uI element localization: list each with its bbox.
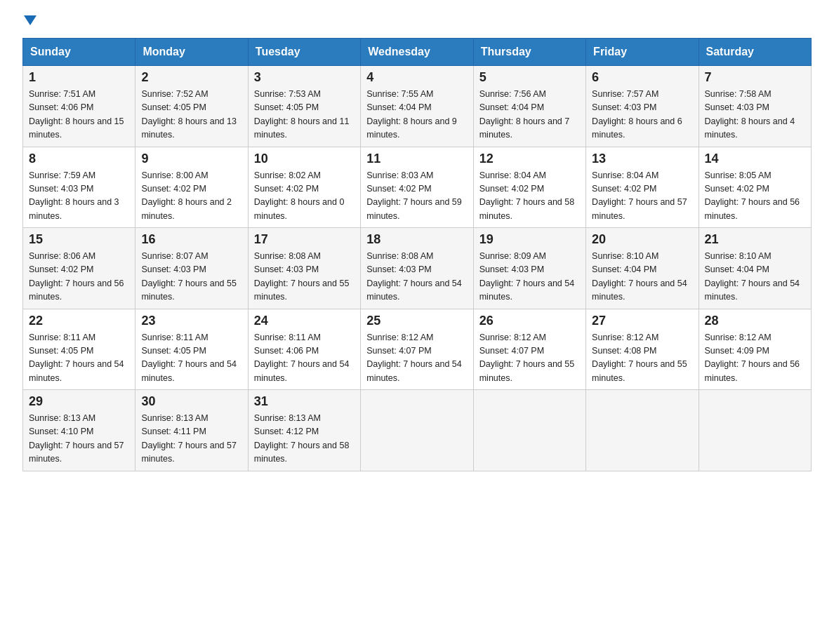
day-number: 19	[479, 232, 580, 247]
day-info: Sunrise: 7:53 AMSunset: 4:05 PMDaylight:…	[254, 88, 355, 142]
calendar-cell: 7 Sunrise: 7:58 AMSunset: 4:03 PMDayligh…	[699, 66, 811, 147]
calendar-cell	[586, 390, 699, 471]
day-number: 17	[254, 232, 355, 247]
day-info: Sunrise: 7:52 AMSunset: 4:05 PMDaylight:…	[141, 88, 241, 142]
calendar-cell: 3 Sunrise: 7:53 AMSunset: 4:05 PMDayligh…	[248, 66, 360, 147]
day-info: Sunrise: 8:10 AMSunset: 4:04 PMDaylight:…	[705, 250, 805, 304]
calendar-week-3: 15 Sunrise: 8:06 AMSunset: 4:02 PMDaylig…	[23, 228, 812, 309]
calendar-cell: 5 Sunrise: 7:56 AMSunset: 4:04 PMDayligh…	[473, 66, 585, 147]
day-info: Sunrise: 8:13 AMSunset: 4:11 PMDaylight:…	[141, 412, 241, 467]
day-number: 3	[254, 70, 355, 85]
calendar-cell: 31 Sunrise: 8:13 AMSunset: 4:12 PMDaylig…	[248, 390, 360, 471]
day-info: Sunrise: 7:51 AMSunset: 4:06 PMDaylight:…	[29, 88, 129, 142]
day-info: Sunrise: 8:03 AMSunset: 4:02 PMDaylight:…	[366, 169, 467, 224]
day-number: 22	[29, 314, 129, 328]
calendar-cell: 23 Sunrise: 8:11 AMSunset: 4:05 PMDaylig…	[135, 309, 248, 390]
day-info: Sunrise: 8:08 AMSunset: 4:03 PMDaylight:…	[254, 250, 355, 304]
day-info: Sunrise: 8:04 AMSunset: 4:02 PMDaylight:…	[592, 169, 692, 224]
day-info: Sunrise: 8:12 AMSunset: 4:09 PMDaylight:…	[705, 331, 805, 386]
day-info: Sunrise: 8:06 AMSunset: 4:02 PMDaylight:…	[29, 250, 129, 304]
day-number: 23	[141, 314, 241, 328]
day-number: 1	[29, 70, 129, 85]
page-header	[22, 17, 812, 27]
day-number: 10	[254, 152, 355, 166]
day-info: Sunrise: 8:10 AMSunset: 4:04 PMDaylight:…	[592, 250, 692, 304]
day-info: Sunrise: 8:12 AMSunset: 4:07 PMDaylight:…	[479, 331, 580, 386]
header-thursday: Thursday	[473, 39, 585, 66]
day-info: Sunrise: 8:07 AMSunset: 4:03 PMDaylight:…	[141, 250, 241, 304]
calendar-cell: 20 Sunrise: 8:10 AMSunset: 4:04 PMDaylig…	[586, 228, 699, 309]
day-info: Sunrise: 7:58 AMSunset: 4:03 PMDaylight:…	[705, 88, 805, 142]
day-number: 24	[254, 314, 355, 328]
day-info: Sunrise: 7:57 AMSunset: 4:03 PMDaylight:…	[592, 88, 692, 142]
day-number: 7	[705, 70, 805, 85]
logo-triangle-icon	[24, 15, 37, 25]
day-number: 31	[254, 394, 355, 409]
day-number: 9	[141, 152, 241, 166]
header-saturday: Saturday	[699, 39, 811, 66]
day-info: Sunrise: 8:12 AMSunset: 4:08 PMDaylight:…	[592, 331, 692, 386]
calendar-table: SundayMondayTuesdayWednesdayThursdayFrid…	[22, 38, 812, 471]
calendar-header-row: SundayMondayTuesdayWednesdayThursdayFrid…	[23, 39, 812, 66]
day-info: Sunrise: 8:09 AMSunset: 4:03 PMDaylight:…	[479, 250, 580, 304]
day-info: Sunrise: 7:59 AMSunset: 4:03 PMDaylight:…	[29, 169, 129, 224]
calendar-cell: 12 Sunrise: 8:04 AMSunset: 4:02 PMDaylig…	[473, 147, 585, 228]
calendar-cell: 28 Sunrise: 8:12 AMSunset: 4:09 PMDaylig…	[699, 309, 811, 390]
calendar-cell: 16 Sunrise: 8:07 AMSunset: 4:03 PMDaylig…	[135, 228, 248, 309]
header-wednesday: Wednesday	[361, 39, 473, 66]
calendar-cell: 15 Sunrise: 8:06 AMSunset: 4:02 PMDaylig…	[23, 228, 135, 309]
header-friday: Friday	[586, 39, 699, 66]
day-number: 6	[592, 70, 692, 85]
day-number: 5	[479, 70, 580, 85]
day-number: 29	[29, 394, 129, 409]
calendar-cell: 18 Sunrise: 8:08 AMSunset: 4:03 PMDaylig…	[361, 228, 473, 309]
calendar-cell: 27 Sunrise: 8:12 AMSunset: 4:08 PMDaylig…	[586, 309, 699, 390]
day-number: 18	[366, 232, 467, 247]
calendar-cell: 4 Sunrise: 7:55 AMSunset: 4:04 PMDayligh…	[361, 66, 473, 147]
calendar-cell: 24 Sunrise: 8:11 AMSunset: 4:06 PMDaylig…	[248, 309, 360, 390]
day-info: Sunrise: 8:11 AMSunset: 4:05 PMDaylight:…	[29, 331, 129, 386]
calendar-cell: 1 Sunrise: 7:51 AMSunset: 4:06 PMDayligh…	[23, 66, 135, 147]
calendar-cell: 6 Sunrise: 7:57 AMSunset: 4:03 PMDayligh…	[586, 66, 699, 147]
calendar-cell: 29 Sunrise: 8:13 AMSunset: 4:10 PMDaylig…	[23, 390, 135, 471]
day-info: Sunrise: 7:55 AMSunset: 4:04 PMDaylight:…	[366, 88, 467, 142]
day-number: 2	[141, 70, 241, 85]
calendar-cell: 26 Sunrise: 8:12 AMSunset: 4:07 PMDaylig…	[473, 309, 585, 390]
calendar-cell: 30 Sunrise: 8:13 AMSunset: 4:11 PMDaylig…	[135, 390, 248, 471]
day-number: 27	[592, 314, 692, 328]
calendar-cell: 21 Sunrise: 8:10 AMSunset: 4:04 PMDaylig…	[699, 228, 811, 309]
day-info: Sunrise: 8:11 AMSunset: 4:06 PMDaylight:…	[254, 331, 355, 386]
day-number: 8	[29, 152, 129, 166]
day-info: Sunrise: 8:04 AMSunset: 4:02 PMDaylight:…	[479, 169, 580, 224]
calendar-cell: 8 Sunrise: 7:59 AMSunset: 4:03 PMDayligh…	[23, 147, 135, 228]
day-number: 16	[141, 232, 241, 247]
day-info: Sunrise: 8:08 AMSunset: 4:03 PMDaylight:…	[366, 250, 467, 304]
calendar-week-2: 8 Sunrise: 7:59 AMSunset: 4:03 PMDayligh…	[23, 147, 812, 228]
day-number: 20	[592, 232, 692, 247]
calendar-cell: 9 Sunrise: 8:00 AMSunset: 4:02 PMDayligh…	[135, 147, 248, 228]
calendar-cell: 17 Sunrise: 8:08 AMSunset: 4:03 PMDaylig…	[248, 228, 360, 309]
header-tuesday: Tuesday	[248, 39, 360, 66]
day-info: Sunrise: 8:12 AMSunset: 4:07 PMDaylight:…	[366, 331, 467, 386]
day-number: 13	[592, 152, 692, 166]
header-sunday: Sunday	[23, 39, 135, 66]
day-info: Sunrise: 8:05 AMSunset: 4:02 PMDaylight:…	[705, 169, 805, 224]
day-info: Sunrise: 8:00 AMSunset: 4:02 PMDaylight:…	[141, 169, 241, 224]
calendar-cell: 22 Sunrise: 8:11 AMSunset: 4:05 PMDaylig…	[23, 309, 135, 390]
day-number: 15	[29, 232, 129, 247]
day-number: 14	[705, 152, 805, 166]
day-number: 12	[479, 152, 580, 166]
calendar-cell: 25 Sunrise: 8:12 AMSunset: 4:07 PMDaylig…	[361, 309, 473, 390]
day-number: 25	[366, 314, 467, 328]
day-info: Sunrise: 7:56 AMSunset: 4:04 PMDaylight:…	[479, 88, 580, 142]
calendar-week-5: 29 Sunrise: 8:13 AMSunset: 4:10 PMDaylig…	[23, 390, 812, 471]
day-info: Sunrise: 8:11 AMSunset: 4:05 PMDaylight:…	[141, 331, 241, 386]
calendar-cell: 11 Sunrise: 8:03 AMSunset: 4:02 PMDaylig…	[361, 147, 473, 228]
day-number: 26	[479, 314, 580, 328]
calendar-cell	[473, 390, 585, 471]
day-info: Sunrise: 8:02 AMSunset: 4:02 PMDaylight:…	[254, 169, 355, 224]
day-number: 30	[141, 394, 241, 409]
calendar-cell: 19 Sunrise: 8:09 AMSunset: 4:03 PMDaylig…	[473, 228, 585, 309]
day-number: 21	[705, 232, 805, 247]
calendar-cell	[699, 390, 811, 471]
